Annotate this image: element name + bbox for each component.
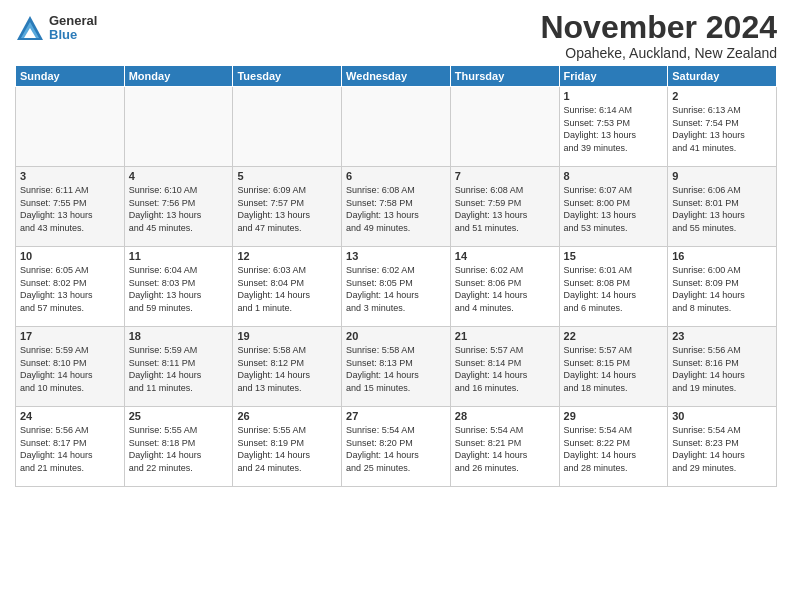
- col-friday: Friday: [559, 66, 668, 87]
- table-row: [16, 87, 125, 167]
- table-row: [342, 87, 451, 167]
- day-info: Sunrise: 6:08 AM Sunset: 7:59 PM Dayligh…: [455, 184, 555, 234]
- day-number: 22: [564, 330, 664, 342]
- month-title: November 2024: [540, 10, 777, 45]
- table-row: [450, 87, 559, 167]
- table-row: 5Sunrise: 6:09 AM Sunset: 7:57 PM Daylig…: [233, 167, 342, 247]
- logo-blue-text: Blue: [49, 28, 97, 42]
- location-title: Opaheke, Auckland, New Zealand: [540, 45, 777, 61]
- day-number: 17: [20, 330, 120, 342]
- title-block: November 2024 Opaheke, Auckland, New Zea…: [540, 10, 777, 61]
- table-row: 28Sunrise: 5:54 AM Sunset: 8:21 PM Dayli…: [450, 407, 559, 487]
- day-number: 8: [564, 170, 664, 182]
- table-row: 1Sunrise: 6:14 AM Sunset: 7:53 PM Daylig…: [559, 87, 668, 167]
- day-number: 29: [564, 410, 664, 422]
- table-row: 26Sunrise: 5:55 AM Sunset: 8:19 PM Dayli…: [233, 407, 342, 487]
- table-row: 30Sunrise: 5:54 AM Sunset: 8:23 PM Dayli…: [668, 407, 777, 487]
- calendar-table: Sunday Monday Tuesday Wednesday Thursday…: [15, 65, 777, 487]
- table-row: 21Sunrise: 5:57 AM Sunset: 8:14 PM Dayli…: [450, 327, 559, 407]
- table-row: 12Sunrise: 6:03 AM Sunset: 8:04 PM Dayli…: [233, 247, 342, 327]
- logo-icon: [15, 14, 45, 42]
- calendar-week-2: 3Sunrise: 6:11 AM Sunset: 7:55 PM Daylig…: [16, 167, 777, 247]
- table-row: 16Sunrise: 6:00 AM Sunset: 8:09 PM Dayli…: [668, 247, 777, 327]
- day-info: Sunrise: 5:58 AM Sunset: 8:12 PM Dayligh…: [237, 344, 337, 394]
- logo-general-text: General: [49, 14, 97, 28]
- calendar-week-4: 17Sunrise: 5:59 AM Sunset: 8:10 PM Dayli…: [16, 327, 777, 407]
- table-row: 19Sunrise: 5:58 AM Sunset: 8:12 PM Dayli…: [233, 327, 342, 407]
- col-thursday: Thursday: [450, 66, 559, 87]
- day-info: Sunrise: 5:57 AM Sunset: 8:15 PM Dayligh…: [564, 344, 664, 394]
- day-number: 30: [672, 410, 772, 422]
- day-info: Sunrise: 5:54 AM Sunset: 8:22 PM Dayligh…: [564, 424, 664, 474]
- day-number: 12: [237, 250, 337, 262]
- table-row: 8Sunrise: 6:07 AM Sunset: 8:00 PM Daylig…: [559, 167, 668, 247]
- table-row: 24Sunrise: 5:56 AM Sunset: 8:17 PM Dayli…: [16, 407, 125, 487]
- col-wednesday: Wednesday: [342, 66, 451, 87]
- day-number: 28: [455, 410, 555, 422]
- calendar-week-5: 24Sunrise: 5:56 AM Sunset: 8:17 PM Dayli…: [16, 407, 777, 487]
- day-number: 10: [20, 250, 120, 262]
- day-number: 4: [129, 170, 229, 182]
- day-info: Sunrise: 6:08 AM Sunset: 7:58 PM Dayligh…: [346, 184, 446, 234]
- calendar-week-1: 1Sunrise: 6:14 AM Sunset: 7:53 PM Daylig…: [16, 87, 777, 167]
- day-info: Sunrise: 6:09 AM Sunset: 7:57 PM Dayligh…: [237, 184, 337, 234]
- day-info: Sunrise: 5:57 AM Sunset: 8:14 PM Dayligh…: [455, 344, 555, 394]
- table-row: 25Sunrise: 5:55 AM Sunset: 8:18 PM Dayli…: [124, 407, 233, 487]
- table-row: 3Sunrise: 6:11 AM Sunset: 7:55 PM Daylig…: [16, 167, 125, 247]
- day-info: Sunrise: 6:10 AM Sunset: 7:56 PM Dayligh…: [129, 184, 229, 234]
- day-info: Sunrise: 5:56 AM Sunset: 8:16 PM Dayligh…: [672, 344, 772, 394]
- day-number: 5: [237, 170, 337, 182]
- day-info: Sunrise: 5:56 AM Sunset: 8:17 PM Dayligh…: [20, 424, 120, 474]
- day-number: 13: [346, 250, 446, 262]
- calendar-week-3: 10Sunrise: 6:05 AM Sunset: 8:02 PM Dayli…: [16, 247, 777, 327]
- col-monday: Monday: [124, 66, 233, 87]
- calendar-header-row: Sunday Monday Tuesday Wednesday Thursday…: [16, 66, 777, 87]
- day-info: Sunrise: 5:55 AM Sunset: 8:18 PM Dayligh…: [129, 424, 229, 474]
- logo: General Blue: [15, 14, 97, 43]
- table-row: 20Sunrise: 5:58 AM Sunset: 8:13 PM Dayli…: [342, 327, 451, 407]
- day-info: Sunrise: 6:05 AM Sunset: 8:02 PM Dayligh…: [20, 264, 120, 314]
- day-number: 1: [564, 90, 664, 102]
- day-info: Sunrise: 5:55 AM Sunset: 8:19 PM Dayligh…: [237, 424, 337, 474]
- table-row: 14Sunrise: 6:02 AM Sunset: 8:06 PM Dayli…: [450, 247, 559, 327]
- day-number: 19: [237, 330, 337, 342]
- day-info: Sunrise: 6:07 AM Sunset: 8:00 PM Dayligh…: [564, 184, 664, 234]
- day-number: 20: [346, 330, 446, 342]
- day-number: 16: [672, 250, 772, 262]
- day-info: Sunrise: 6:06 AM Sunset: 8:01 PM Dayligh…: [672, 184, 772, 234]
- table-row: 22Sunrise: 5:57 AM Sunset: 8:15 PM Dayli…: [559, 327, 668, 407]
- table-row: 6Sunrise: 6:08 AM Sunset: 7:58 PM Daylig…: [342, 167, 451, 247]
- day-info: Sunrise: 5:59 AM Sunset: 8:11 PM Dayligh…: [129, 344, 229, 394]
- table-row: 13Sunrise: 6:02 AM Sunset: 8:05 PM Dayli…: [342, 247, 451, 327]
- day-info: Sunrise: 6:13 AM Sunset: 7:54 PM Dayligh…: [672, 104, 772, 154]
- table-row: 27Sunrise: 5:54 AM Sunset: 8:20 PM Dayli…: [342, 407, 451, 487]
- col-saturday: Saturday: [668, 66, 777, 87]
- day-info: Sunrise: 6:00 AM Sunset: 8:09 PM Dayligh…: [672, 264, 772, 314]
- table-row: 23Sunrise: 5:56 AM Sunset: 8:16 PM Dayli…: [668, 327, 777, 407]
- day-number: 9: [672, 170, 772, 182]
- day-info: Sunrise: 6:02 AM Sunset: 8:05 PM Dayligh…: [346, 264, 446, 314]
- day-info: Sunrise: 5:54 AM Sunset: 8:20 PM Dayligh…: [346, 424, 446, 474]
- table-row: 15Sunrise: 6:01 AM Sunset: 8:08 PM Dayli…: [559, 247, 668, 327]
- day-info: Sunrise: 5:58 AM Sunset: 8:13 PM Dayligh…: [346, 344, 446, 394]
- day-info: Sunrise: 5:54 AM Sunset: 8:23 PM Dayligh…: [672, 424, 772, 474]
- table-row: 18Sunrise: 5:59 AM Sunset: 8:11 PM Dayli…: [124, 327, 233, 407]
- table-row: [124, 87, 233, 167]
- col-sunday: Sunday: [16, 66, 125, 87]
- day-info: Sunrise: 6:02 AM Sunset: 8:06 PM Dayligh…: [455, 264, 555, 314]
- day-info: Sunrise: 5:59 AM Sunset: 8:10 PM Dayligh…: [20, 344, 120, 394]
- day-number: 23: [672, 330, 772, 342]
- day-info: Sunrise: 5:54 AM Sunset: 8:21 PM Dayligh…: [455, 424, 555, 474]
- table-row: 9Sunrise: 6:06 AM Sunset: 8:01 PM Daylig…: [668, 167, 777, 247]
- day-number: 14: [455, 250, 555, 262]
- day-number: 15: [564, 250, 664, 262]
- logo-text: General Blue: [49, 14, 97, 43]
- header: General Blue November 2024 Opaheke, Auck…: [15, 10, 777, 61]
- col-tuesday: Tuesday: [233, 66, 342, 87]
- table-row: [233, 87, 342, 167]
- table-row: 11Sunrise: 6:04 AM Sunset: 8:03 PM Dayli…: [124, 247, 233, 327]
- day-number: 25: [129, 410, 229, 422]
- table-row: 4Sunrise: 6:10 AM Sunset: 7:56 PM Daylig…: [124, 167, 233, 247]
- day-number: 24: [20, 410, 120, 422]
- day-info: Sunrise: 6:11 AM Sunset: 7:55 PM Dayligh…: [20, 184, 120, 234]
